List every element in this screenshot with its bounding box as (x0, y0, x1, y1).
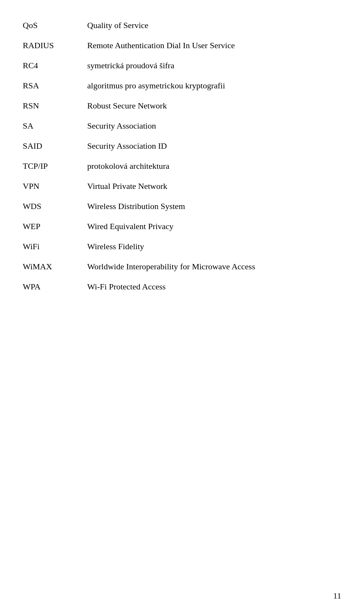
table-row: WiFiWireless Fidelity (23, 236, 341, 256)
definition-cell: Remote Authentication Dial In User Servi… (87, 35, 341, 55)
definition-cell: symetrická proudová šifra (87, 55, 341, 75)
definition-cell: Wireless Distribution System (87, 196, 341, 216)
abbreviation-cell: VPN (23, 176, 87, 196)
table-row: TCP/IPprotokolová architektura (23, 156, 341, 176)
table-row: RADIUSRemote Authentication Dial In User… (23, 35, 341, 55)
abbreviation-cell: QoS (23, 15, 87, 35)
table-row: RC4symetrická proudová šifra (23, 55, 341, 75)
definition-cell: Worldwide Interoperability for Microwave… (87, 256, 341, 277)
definition-cell: Wired Equivalent Privacy (87, 216, 341, 236)
abbreviation-cell: RSN (23, 96, 87, 116)
table-row: WEPWired Equivalent Privacy (23, 216, 341, 236)
abbreviation-table: QoSQuality of ServiceRADIUSRemote Authen… (23, 15, 341, 297)
abbreviation-cell: WiMAX (23, 256, 87, 277)
definition-cell: protokolová architektura (87, 156, 341, 176)
definition-cell: Security Association ID (87, 136, 341, 156)
table-row: RSNRobust Secure Network (23, 96, 341, 116)
abbreviation-cell: WEP (23, 216, 87, 236)
abbreviation-cell: TCP/IP (23, 156, 87, 176)
definition-cell: Robust Secure Network (87, 96, 341, 116)
definition-cell: Virtual Private Network (87, 176, 341, 196)
abbreviation-cell: SA (23, 116, 87, 136)
table-row: WiMAXWorldwide Interoperability for Micr… (23, 256, 341, 277)
abbreviation-cell: WPA (23, 277, 87, 297)
definition-cell: Wireless Fidelity (87, 236, 341, 256)
table-row: SASecurity Association (23, 116, 341, 136)
definition-cell: algoritmus pro asymetrickou kryptografii (87, 75, 341, 96)
definition-cell: Quality of Service (87, 15, 341, 35)
abbreviation-cell: RSA (23, 75, 87, 96)
table-row: SAIDSecurity Association ID (23, 136, 341, 156)
table-row: QoSQuality of Service (23, 15, 341, 35)
table-row: RSAalgoritmus pro asymetrickou kryptogra… (23, 75, 341, 96)
definition-cell: Security Association (87, 116, 341, 136)
table-row: WDSWireless Distribution System (23, 196, 341, 216)
table-row: WPAWi-Fi Protected Access (23, 277, 341, 297)
page-number: 11 (333, 591, 341, 601)
definition-cell: Wi-Fi Protected Access (87, 277, 341, 297)
abbreviation-cell: WDS (23, 196, 87, 216)
table-row: VPNVirtual Private Network (23, 176, 341, 196)
abbreviation-cell: RADIUS (23, 35, 87, 55)
abbreviation-cell: WiFi (23, 236, 87, 256)
abbreviation-cell: RC4 (23, 55, 87, 75)
abbreviation-cell: SAID (23, 136, 87, 156)
page-content: QoSQuality of ServiceRADIUSRemote Authen… (0, 0, 364, 319)
